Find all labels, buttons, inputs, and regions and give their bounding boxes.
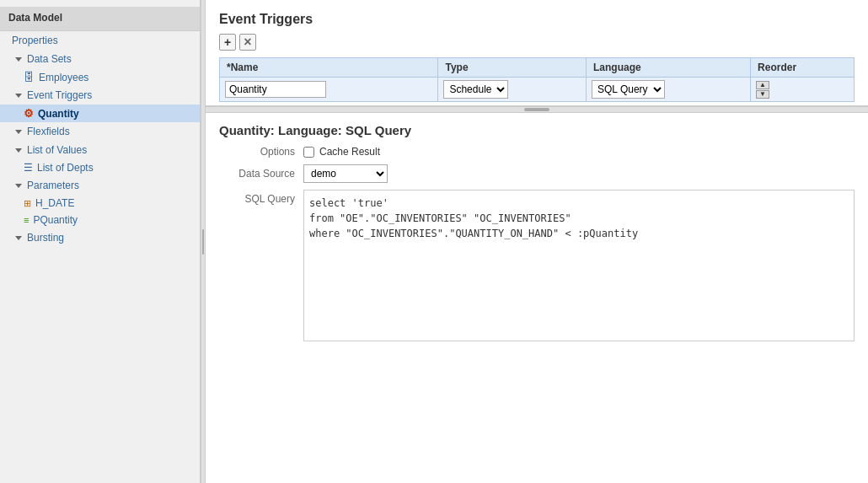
cache-result-checkbox[interactable] [303, 147, 314, 158]
sidebar-item-h-date[interactable]: ⊞ H_DATE [0, 195, 200, 212]
reorder-buttons: ▲ ▼ [756, 81, 849, 99]
pquantity-label: PQuantity [33, 214, 78, 226]
toolbar: + × [206, 34, 868, 57]
row-name-input[interactable] [225, 81, 326, 98]
row-reorder-cell: ▲ ▼ [751, 78, 855, 102]
sidebar-header: Data Model [0, 7, 200, 31]
sidebar-item-flexfields[interactable]: Flexfields [0, 122, 200, 141]
sql-query-label: SQL Query [219, 190, 303, 205]
sidebar: Data Model Properties Data Sets 🗄 Employ… [0, 0, 201, 483]
data-source-label: Data Source [219, 168, 303, 180]
datasets-label: Data Sets [27, 53, 72, 65]
triangle-icon [15, 236, 22, 240]
data-source-row: Data Source demo [219, 164, 855, 183]
main-content: Event Triggers + × *Name Type Language R… [206, 0, 868, 483]
sidebar-item-quantity[interactable]: ⚙ Quantity [0, 105, 200, 122]
table-row: Schedule SQL Query ▲ ▼ [220, 78, 855, 102]
cache-result-label: Cache Result [319, 146, 380, 158]
options-row: Options Cache Result [219, 146, 855, 158]
query-section: Quantity: Language: SQL Query Options Ca… [206, 113, 868, 483]
grid-icon: ⊞ [24, 198, 31, 209]
employees-label: Employees [39, 72, 88, 83]
list2-icon: ≡ [24, 215, 29, 225]
triggers-table: *Name Type Language Reorder Schedule [219, 57, 855, 102]
row-type-select[interactable]: Schedule [443, 80, 508, 99]
sidebar-item-list-of-values[interactable]: List of Values [0, 141, 200, 159]
col-type: Type [438, 58, 587, 78]
row-name-cell[interactable] [220, 78, 438, 102]
splitter-handle [202, 229, 204, 255]
sidebar-item-properties[interactable]: Properties [0, 31, 200, 50]
reorder-up-button[interactable]: ▲ [756, 81, 769, 89]
options-controls: Cache Result [303, 146, 380, 158]
properties-label: Properties [12, 35, 58, 46]
row-type-cell[interactable]: Schedule [438, 78, 587, 102]
options-label: Options [219, 146, 303, 158]
sidebar-item-parameters[interactable]: Parameters [0, 176, 200, 195]
data-source-select[interactable]: demo [303, 164, 388, 183]
h-date-label: H_DATE [35, 197, 74, 209]
triangle-icon [15, 57, 22, 62]
sidebar-item-datasets[interactable]: Data Sets [0, 50, 200, 68]
sql-query-textarea[interactable]: select 'true' from "OE"."OC_INVENTORIES"… [303, 190, 855, 341]
horizontal-splitter[interactable] [206, 106, 868, 113]
quantity-label: Quantity [38, 108, 79, 120]
col-name: *Name [220, 58, 438, 78]
trigger-icon: ⚙ [24, 107, 34, 120]
sql-content: select 'true' from "OE"."OC_INVENTORIES"… [303, 190, 855, 344]
triangle-icon [15, 184, 22, 188]
event-triggers-label: Event Triggers [27, 89, 92, 101]
add-button[interactable]: + [219, 34, 236, 51]
sidebar-item-pquantity[interactable]: ≡ PQuantity [0, 212, 200, 228]
event-triggers-title: Event Triggers [206, 0, 868, 34]
reorder-down-button[interactable]: ▼ [756, 90, 769, 99]
list-of-values-label: List of Values [27, 144, 87, 156]
triangle-icon [15, 94, 22, 98]
splitter-handle [524, 108, 549, 111]
sidebar-item-bursting[interactable]: Bursting [0, 228, 200, 247]
col-language: Language [587, 58, 751, 78]
row-language-cell[interactable]: SQL Query [587, 78, 751, 102]
flexfields-label: Flexfields [27, 126, 70, 137]
data-source-controls: demo [303, 164, 388, 183]
list-icon: ☰ [24, 162, 33, 174]
sidebar-item-list-of-depts[interactable]: ☰ List of Depts [0, 159, 200, 176]
triangle-icon [15, 148, 22, 153]
bursting-label: Bursting [27, 232, 64, 244]
triangle-icon [15, 130, 22, 134]
query-section-title: Quantity: Language: SQL Query [219, 123, 855, 137]
list-of-depts-label: List of Depts [37, 162, 94, 174]
triggers-table-wrapper: *Name Type Language Reorder Schedule [206, 57, 868, 106]
sidebar-item-event-triggers[interactable]: Event Triggers [0, 86, 200, 105]
parameters-label: Parameters [27, 180, 79, 191]
row-language-select[interactable]: SQL Query [592, 80, 665, 99]
sql-query-row: SQL Query select 'true' from "OE"."OC_IN… [219, 190, 855, 473]
col-reorder: Reorder [751, 58, 855, 78]
delete-button[interactable]: × [239, 34, 256, 51]
sidebar-item-employees[interactable]: 🗄 Employees [0, 68, 200, 86]
db-icon: 🗄 [24, 71, 35, 83]
